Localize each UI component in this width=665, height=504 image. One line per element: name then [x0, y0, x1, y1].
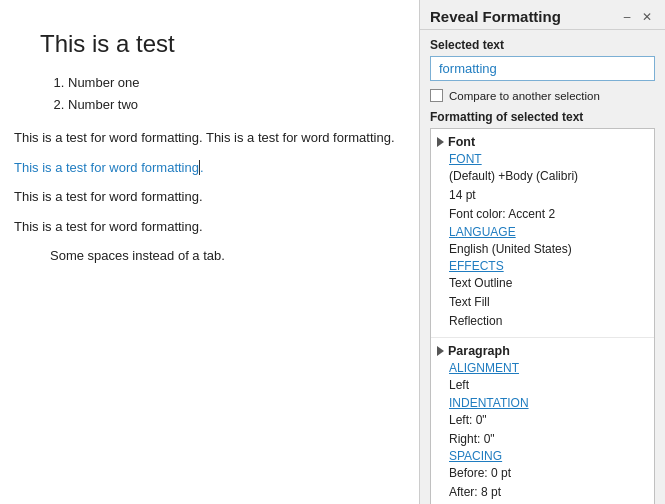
selected-text-box: formatting: [430, 56, 655, 81]
spacing-after-value: After: 8 pt: [437, 483, 646, 502]
indent-right-value: Right: 0": [437, 430, 646, 449]
effects-outline: Text Outline: [437, 274, 646, 293]
font-section-title: Font: [448, 135, 475, 149]
compare-checkbox[interactable]: [430, 89, 443, 102]
triangle-icon: [437, 346, 444, 356]
spacing-before-value: Before: 0 pt: [437, 464, 646, 483]
doc-paragraph-link: This is a test for word formatting.: [14, 158, 399, 178]
document-area: This is a test Number one Number two Thi…: [0, 0, 420, 504]
list-item: Number one: [68, 72, 399, 94]
paragraph-section-header: Paragraph: [437, 344, 646, 358]
effects-link[interactable]: EFFECTS: [437, 259, 646, 273]
document-list: Number one Number two: [14, 72, 399, 116]
spacing-link[interactable]: SPACING: [437, 449, 646, 463]
language-link[interactable]: LANGUAGE: [437, 225, 646, 239]
panel-body: Selected text formatting Compare to anot…: [420, 30, 665, 504]
close-button[interactable]: ✕: [639, 9, 655, 25]
effects-reflection: Reflection: [437, 312, 646, 331]
doc-paragraph-1: This is a test for word formatting. This…: [14, 128, 399, 148]
font-color-value: Font color: Accent 2: [437, 205, 646, 224]
selected-text-label: Selected text: [430, 38, 655, 52]
document-heading: This is a test: [14, 30, 399, 58]
font-link[interactable]: FONT: [437, 152, 646, 166]
formatting-header: Formatting of selected text: [430, 110, 655, 124]
font-section: Font FONT (Default) +Body (Calibri) 14 p…: [431, 129, 654, 338]
paragraph-section-title: Paragraph: [448, 344, 510, 358]
paragraph-section: Paragraph ALIGNMENT Left INDENTATION Lef…: [431, 338, 654, 504]
compare-row: Compare to another selection: [430, 89, 655, 102]
list-item: Number two: [68, 94, 399, 116]
panel-header: Reveal Formatting – ✕: [420, 0, 665, 30]
cursor: [199, 160, 200, 175]
doc-paragraph-2: This is a test for word formatting.: [14, 187, 399, 207]
language-value: English (United States): [437, 240, 646, 259]
indentation-link[interactable]: INDENTATION: [437, 396, 646, 410]
panel-title: Reveal Formatting: [430, 8, 561, 25]
formatting-scroll-area[interactable]: Font FONT (Default) +Body (Calibri) 14 p…: [430, 128, 655, 504]
doc-paragraph-indented: Some spaces instead of a tab.: [14, 246, 399, 266]
alignment-link[interactable]: ALIGNMENT: [437, 361, 646, 375]
font-section-header: Font: [437, 135, 646, 149]
alignment-value: Left: [437, 376, 646, 395]
compare-label: Compare to another selection: [449, 90, 600, 102]
triangle-icon: [437, 137, 444, 147]
font-family-value: (Default) +Body (Calibri): [437, 167, 646, 186]
doc-paragraph-3: This is a test for word formatting.: [14, 217, 399, 237]
effects-fill: Text Fill: [437, 293, 646, 312]
font-size-value: 14 pt: [437, 186, 646, 205]
panel-controls: – ✕: [619, 9, 655, 25]
reveal-formatting-panel: Reveal Formatting – ✕ Selected text form…: [420, 0, 665, 504]
indent-left-value: Left: 0": [437, 411, 646, 430]
collapse-button[interactable]: –: [619, 9, 635, 25]
